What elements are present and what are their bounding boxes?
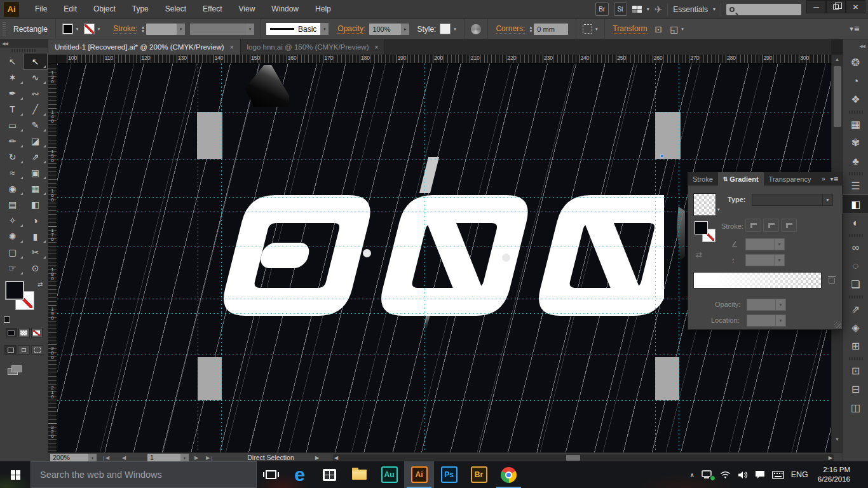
horizontal-scrollbar[interactable]: ◀ ▶ xyxy=(333,454,834,461)
stroke-within-button[interactable] xyxy=(745,219,761,232)
gradient-thumbnail[interactable] xyxy=(693,193,716,216)
stock-button[interactable]: St xyxy=(614,3,627,16)
type-tool[interactable]: T xyxy=(1,101,24,117)
shaper-tool[interactable]: ✏ xyxy=(1,133,24,149)
free-transform-tool[interactable]: ▣ xyxy=(24,165,47,180)
stroke-weight-field[interactable] xyxy=(146,24,177,35)
direct-selection-tool[interactable]: ↖ xyxy=(24,53,47,69)
menu-item[interactable]: Select xyxy=(157,0,194,18)
menu-item[interactable]: Type xyxy=(124,0,157,18)
stop-opacity-select[interactable]: ▼ xyxy=(747,299,786,311)
start-button[interactable] xyxy=(0,461,31,488)
select-similar-caret[interactable]: ▾ xyxy=(592,24,600,34)
width-profile-select[interactable] xyxy=(190,24,246,35)
document-tab[interactable]: Untitled-1 [Recovered].ai* @ 200% (CMYK/… xyxy=(48,39,241,55)
guide-line[interactable] xyxy=(424,64,425,452)
reverse-gradient-icon[interactable]: ⇄ xyxy=(696,250,702,259)
fill-proxy-swatch[interactable] xyxy=(5,281,24,300)
guide-line[interactable] xyxy=(198,64,198,452)
panel-resize-grip[interactable] xyxy=(834,322,841,328)
stop-location-select[interactable]: ▼ xyxy=(747,315,786,327)
gradient-type-select[interactable]: ▼ xyxy=(752,194,833,206)
taskbar-clock[interactable]: 2:16 PM 6/26/2016 xyxy=(815,465,850,484)
line-segment-tool[interactable]: ╱ xyxy=(24,101,47,117)
delete-stop-icon[interactable] xyxy=(828,276,836,284)
perspective-grid-tool[interactable]: ▦ xyxy=(24,180,47,196)
collapse-tools-icon[interactable]: ◀◀ xyxy=(0,39,48,48)
lasso-tool[interactable]: ∿ xyxy=(24,69,47,85)
swap-fill-stroke-icon[interactable]: ⇄ xyxy=(37,281,43,288)
stroke-across-button[interactable] xyxy=(781,219,797,232)
crop-mark[interactable] xyxy=(655,357,679,400)
shape-mode-icon[interactable]: ◱ xyxy=(670,24,678,34)
shape-mode-caret[interactable]: ▾ xyxy=(679,24,687,34)
guide-line[interactable] xyxy=(679,64,679,452)
fill-color-caret[interactable]: ▾ xyxy=(73,24,81,34)
color-panel-icon[interactable]: ❂ xyxy=(843,53,868,72)
artboard-tool[interactable]: ▢ xyxy=(1,244,24,260)
arrange-documents-icon[interactable] xyxy=(632,6,642,13)
eyedropper-tool[interactable]: ✧ xyxy=(1,212,24,228)
crop-mark[interactable] xyxy=(197,112,222,159)
bridge-button[interactable]: Br xyxy=(595,3,609,16)
menu-item[interactable]: Object xyxy=(85,0,124,18)
color-themes-panel-icon[interactable]: ❖ xyxy=(843,90,868,109)
guide-line[interactable] xyxy=(57,355,831,355)
taskbar-store[interactable] xyxy=(315,461,344,488)
draw-normal-button[interactable] xyxy=(4,345,17,355)
arrange-documents-caret[interactable]: ▾ xyxy=(647,6,649,12)
guide-line[interactable] xyxy=(57,400,831,401)
gradient-slider[interactable] xyxy=(693,272,822,288)
vertical-scroll-thumb[interactable] xyxy=(834,66,841,127)
taskbar-audition[interactable]: Au xyxy=(374,461,404,488)
document-tab[interactable]: logo hnn.ai @ 150% (CMYK/Preview) × xyxy=(241,39,386,55)
action-center-icon[interactable] xyxy=(755,470,765,479)
mesh-tool[interactable]: ▤ xyxy=(1,196,24,212)
panel-menu-icon[interactable]: ▾≣ xyxy=(831,175,839,182)
gradient-button[interactable] xyxy=(18,328,30,337)
corners-stepper[interactable]: ▲▼ xyxy=(529,25,532,33)
taskbar-bridge[interactable]: Br xyxy=(464,461,494,488)
taskbar-photoshop[interactable]: Ps xyxy=(434,461,464,488)
stroke-link[interactable]: Stroke: xyxy=(113,24,137,34)
scale-tool[interactable]: ⇗ xyxy=(24,149,47,165)
stroke-panel-icon[interactable]: ☰ xyxy=(843,177,868,195)
taskbar-file-explorer[interactable] xyxy=(344,461,374,488)
taskbar-illustrator[interactable]: Ai xyxy=(404,461,434,488)
menu-item[interactable]: Effect xyxy=(194,0,230,18)
column-graph-tool[interactable]: ▮ xyxy=(24,228,47,244)
gpu-performance-icon[interactable]: ✈ xyxy=(654,4,663,15)
taskbar-edge[interactable]: e xyxy=(285,461,315,488)
touch-keyboard-icon[interactable] xyxy=(772,471,784,479)
anchor-point[interactable] xyxy=(363,249,371,257)
control-panel-menu-icon[interactable]: ▾≣ xyxy=(850,25,860,33)
anchor-point[interactable] xyxy=(502,254,510,262)
isolate-object-icon[interactable]: ⊡ xyxy=(655,24,663,34)
collapse-panel-icon[interactable]: » xyxy=(822,175,825,182)
guide-line[interactable] xyxy=(655,64,656,452)
gradient-angle-select[interactable]: ▼ xyxy=(745,238,785,250)
task-view-button[interactable] xyxy=(257,461,285,488)
menu-item[interactable]: Help xyxy=(307,0,339,18)
slice-tool[interactable]: ✂ xyxy=(24,244,47,260)
menu-item[interactable]: View xyxy=(231,0,264,18)
eraser-tool[interactable]: ◪ xyxy=(24,133,47,149)
hand-tool[interactable]: ☞ xyxy=(1,260,24,276)
tray-expand-icon[interactable]: ∧ xyxy=(689,471,694,478)
selected-anchor-point[interactable] xyxy=(660,154,663,158)
close-tab-icon[interactable]: × xyxy=(374,44,378,51)
opacity-field[interactable]: 100% xyxy=(369,24,401,35)
stroke-color-swatch[interactable] xyxy=(84,24,95,34)
layers-panel-icon[interactable]: ◈ xyxy=(843,318,868,337)
taskbar-chrome[interactable] xyxy=(494,461,524,488)
guide-line[interactable] xyxy=(57,159,831,159)
style-swatch[interactable] xyxy=(440,24,451,34)
draw-inside-button[interactable] xyxy=(31,345,43,355)
close-button[interactable]: × xyxy=(846,0,865,13)
draw-behind-button[interactable] xyxy=(18,345,30,355)
menu-item[interactable]: File xyxy=(27,0,55,18)
crop-mark[interactable] xyxy=(655,112,681,159)
minimize-button[interactable]: ─ xyxy=(806,0,826,13)
appearance-panel-icon[interactable]: ◌ xyxy=(843,257,868,275)
tab-stroke[interactable]: Stroke xyxy=(688,172,718,186)
